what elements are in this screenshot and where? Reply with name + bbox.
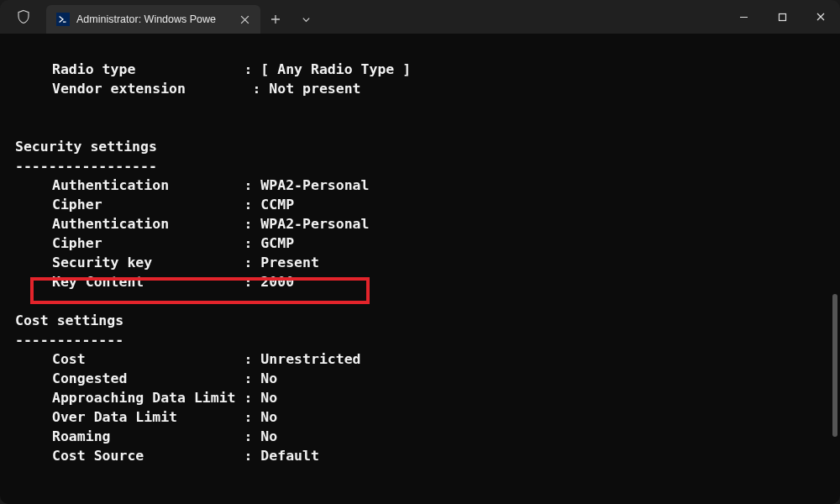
close-window-button[interactable] [801,0,840,34]
powershell-icon [56,13,70,26]
scrollbar-thumb[interactable] [832,294,837,437]
tab-title: Administrator: Windows Powe [76,13,216,25]
output-row: Authentication : WPA2-Personal [52,176,840,195]
output-row: Over Data Limit : No [52,407,840,427]
output-row: Authentication : WPA2-Personal [52,214,840,234]
output-row: Cipher : CCMP [52,195,840,214]
section-title: Cost settings [15,311,840,330]
section-underline: ------------- [15,330,840,349]
title-bar: Administrator: Windows Powe [0,0,840,34]
app-shield-icon [0,8,46,25]
output-row: Congested : No [52,369,840,388]
output-row: Approaching Data Limit : No [52,388,840,407]
section-title: Security settings [15,137,840,156]
output-row: Cost : Unrestricted [52,349,840,369]
output-row: Roaming : No [52,427,840,446]
tab-close-button[interactable] [237,12,252,27]
output-row: Vendor extension : Not present [52,79,840,98]
output-row: Security key : Present [52,253,840,272]
minimize-button[interactable] [724,0,763,34]
output-row: Key Content : 2000 [52,272,840,291]
new-tab-button[interactable] [260,5,291,34]
tab-dropdown-button[interactable] [291,5,321,34]
output-row: Cipher : GCMP [52,234,840,253]
maximize-button[interactable] [763,0,801,34]
terminal-output[interactable]: Radio type : [ Any Radio Type ]Vendor ex… [0,34,840,504]
output-row: Cost Source : Default [52,446,840,465]
output-row: Radio type : [ Any Radio Type ] [52,60,840,79]
section-underline: ----------------- [15,156,840,176]
tab-powershell[interactable]: Administrator: Windows Powe [46,5,260,34]
svg-rect-1 [779,13,785,20]
